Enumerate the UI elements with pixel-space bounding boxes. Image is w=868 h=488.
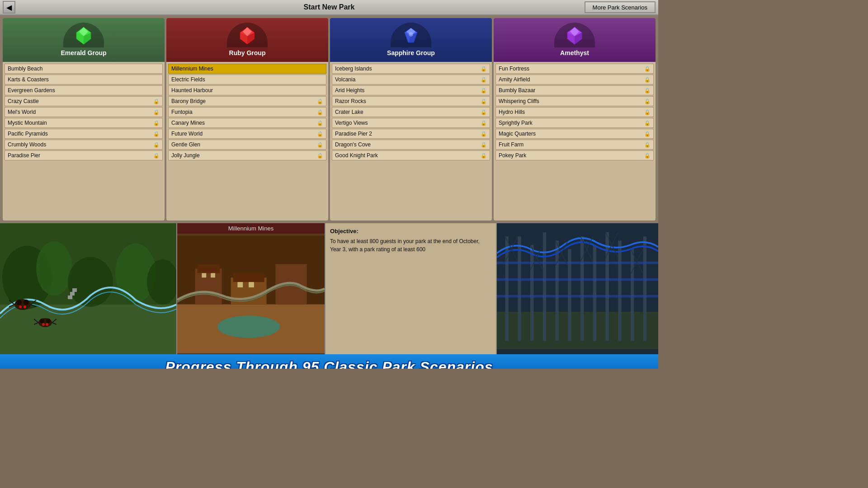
page-title: Start New Park (304, 3, 355, 11)
objective-label: Objective: (330, 228, 491, 235)
list-item[interactable]: Crazy Castle 🔒 (5, 96, 163, 106)
list-item[interactable]: Electric Fields (168, 75, 326, 84)
list-item[interactable]: Amity Airfield 🔒 (495, 75, 654, 84)
svg-point-38 (46, 319, 51, 323)
lock-icon: 🔒 (317, 109, 323, 115)
svg-rect-55 (211, 273, 215, 277)
lock-icon: 🔒 (481, 142, 487, 148)
svg-rect-70 (618, 241, 621, 341)
lock-icon: 🔒 (153, 142, 160, 148)
svg-rect-68 (593, 245, 596, 341)
back-button[interactable]: ◀ (3, 1, 15, 14)
more-scenarios-button[interactable]: More Park Scenarios (585, 1, 656, 13)
list-item[interactable]: Razor Rocks 🔒 (332, 96, 490, 106)
lock-icon: 🔒 (153, 120, 160, 126)
svg-rect-62 (518, 236, 521, 341)
right-preview (497, 223, 658, 354)
list-item[interactable]: Good Knight Park 🔒 (332, 150, 490, 160)
lock-icon: 🔒 (644, 99, 651, 104)
lock-icon: 🔒 (644, 88, 651, 94)
svg-point-43 (42, 323, 45, 326)
svg-point-34 (19, 305, 22, 308)
list-item[interactable]: Barony Bridge 🔒 (168, 96, 326, 106)
amethyst-park-list: Fun Fortress 🔒 Amity Airfield 🔒 Bumbly B… (494, 62, 656, 221)
list-item[interactable]: Whispering Cliffs 🔒 (495, 96, 654, 106)
list-item[interactable]: Mystic Mountain 🔒 (5, 118, 163, 128)
list-item[interactable]: Magic Quarters 🔒 (495, 129, 654, 139)
emerald-group-name: Emerald Group (61, 49, 106, 58)
list-item[interactable]: Crater Lake 🔒 (332, 107, 490, 117)
list-item[interactable]: Arid Heights 🔒 (332, 85, 490, 95)
list-item[interactable]: Jolly Jungle 🔒 (168, 150, 326, 160)
amethyst-gem-arch (554, 23, 595, 47)
sapphire-park-list: Iceberg Islands 🔒 Volcania 🔒 Arid Height… (330, 62, 492, 221)
svg-rect-54 (202, 273, 206, 277)
list-item[interactable]: Funtopia 🔒 (168, 107, 326, 117)
list-item[interactable]: Pokey Park 🔒 (495, 150, 654, 160)
banner-text: Progress Through 95 Classic Park Scenari… (165, 359, 493, 369)
lock-icon: 🔒 (644, 153, 651, 159)
bottom-section: Millennium Mines Objective: (0, 223, 658, 354)
lock-icon: 🔒 (317, 131, 323, 137)
svg-point-21 (68, 257, 113, 307)
emerald-header: Emerald Group (3, 18, 165, 62)
list-item[interactable]: Evergreen Gardens (5, 85, 163, 95)
list-item[interactable]: Haunted Harbour (168, 85, 326, 95)
lock-icon: 🔒 (481, 77, 487, 83)
sapphire-group-panel: Sapphire Group Iceberg Islands 🔒 Volcani… (330, 18, 492, 221)
lock-icon: 🔒 (153, 109, 160, 115)
list-item[interactable]: Iceberg Islands 🔒 (332, 64, 490, 74)
ruby-gem-icon (237, 25, 257, 45)
bottom-banner: Progress Through 95 Classic Park Scenari… (0, 354, 658, 369)
list-item[interactable]: Crumbly Woods 🔒 (5, 140, 163, 150)
list-item[interactable]: Vertigo Views 🔒 (332, 118, 490, 128)
svg-rect-75 (497, 295, 658, 298)
list-item[interactable]: Fun Fortress 🔒 (495, 64, 654, 74)
lock-icon: 🔒 (644, 131, 651, 137)
list-item[interactable]: Sprightly Park 🔒 (495, 118, 654, 128)
svg-rect-64 (543, 232, 546, 341)
svg-point-29 (24, 300, 29, 305)
list-item[interactable]: Mel's World 🔒 (5, 107, 163, 117)
group-panels-container: Emerald Group Bumbly Beach Karts & Coast… (0, 15, 658, 223)
objective-text: To have at least 800 guests in your park… (330, 237, 491, 253)
svg-rect-67 (580, 236, 584, 341)
svg-rect-48 (195, 269, 222, 305)
list-item[interactable]: Gentle Glen 🔒 (168, 140, 326, 150)
lock-icon: 🔒 (644, 77, 651, 83)
svg-point-37 (40, 319, 44, 323)
list-item[interactable]: Karts & Coasters (5, 75, 163, 84)
ruby-group-panel: Ruby Group Millennium Mines Electric Fie… (166, 18, 328, 221)
list-item[interactable]: Bumbly Beach (5, 64, 163, 74)
list-item[interactable]: Fruit Farm 🔒 (495, 140, 654, 150)
lock-icon: 🔒 (153, 99, 160, 104)
svg-rect-18 (0, 305, 176, 354)
svg-rect-49 (197, 264, 219, 273)
lock-icon: 🔒 (481, 131, 487, 137)
list-item[interactable]: Millennium Mines (168, 64, 326, 74)
sapphire-gem-arch (391, 23, 431, 47)
lock-icon: 🔒 (644, 142, 651, 148)
lock-icon: 🔒 (644, 66, 651, 72)
list-item[interactable]: Pacific Pyramids 🔒 (5, 129, 163, 139)
list-item[interactable]: Paradise Pier 🔒 (5, 150, 163, 160)
list-item[interactable]: Future World 🔒 (168, 129, 326, 139)
list-item[interactable]: Dragon's Cove 🔒 (332, 140, 490, 150)
lock-icon: 🔒 (481, 109, 487, 115)
lock-icon: 🔒 (644, 120, 651, 126)
list-item[interactable]: Paradise Pier 2 🔒 (332, 129, 490, 139)
list-item[interactable]: Bumbly Bazaar 🔒 (495, 85, 654, 95)
left-preview-art (0, 223, 176, 354)
amethyst-group-name: Amethyst (560, 49, 589, 58)
list-item[interactable]: Volcania 🔒 (332, 75, 490, 84)
list-item[interactable]: Canary Mines 🔒 (168, 118, 326, 128)
svg-rect-57 (249, 282, 254, 287)
objective-panel: Objective: To have at least 800 guests i… (326, 223, 497, 354)
svg-point-53 (217, 315, 280, 338)
svg-rect-65 (555, 241, 558, 341)
amethyst-header: Amethyst (494, 18, 656, 62)
emerald-gem-arch (63, 23, 104, 47)
list-item[interactable]: Hydro Hills 🔒 (495, 107, 654, 117)
lock-icon: 🔒 (481, 99, 487, 104)
amethyst-gem-icon (565, 25, 585, 45)
